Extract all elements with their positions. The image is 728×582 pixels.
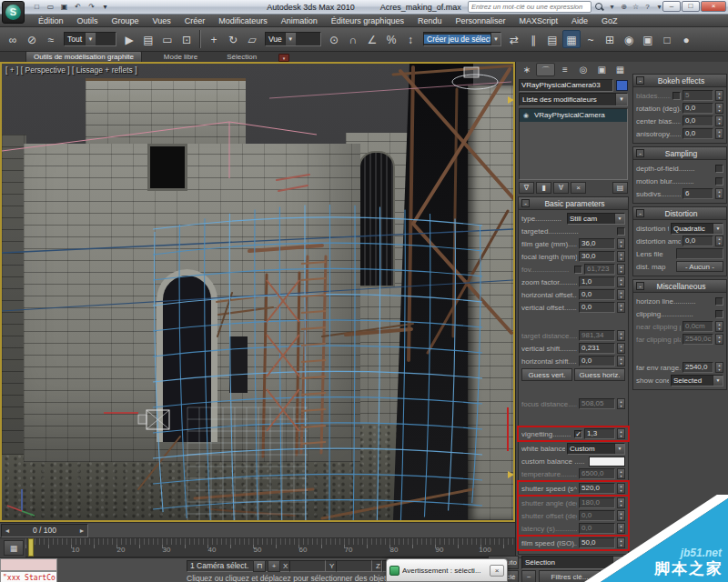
layer-manager-icon[interactable]: ▤: [543, 30, 561, 48]
chevron-down-icon[interactable]: ▼: [614, 444, 624, 454]
selection-lock-icon[interactable]: ⊓: [253, 560, 266, 572]
tab-selection[interactable]: Sélection: [219, 52, 264, 62]
value-field[interactable]: 0,0cm: [682, 321, 713, 332]
chevron-down-icon[interactable]: ▼: [614, 214, 624, 224]
value-field[interactable]: 36,0: [579, 238, 615, 249]
chevron-down-icon[interactable]: ▼: [85, 33, 96, 45]
chevron-down-icon[interactable]: ▼: [612, 557, 623, 568]
subscription-icon[interactable]: ⊕: [619, 3, 629, 11]
window-crossing-icon[interactable]: ⊡: [177, 30, 196, 48]
chevron-down-icon[interactable]: ▼: [713, 376, 723, 386]
collapse-icon[interactable]: -: [636, 76, 644, 85]
graphite-ribbon-icon[interactable]: ▦: [562, 30, 581, 48]
tab-modify[interactable]: ⌒: [536, 63, 555, 76]
key-mode-icon[interactable]: ~: [521, 570, 536, 582]
select-move-icon[interactable]: +: [205, 30, 223, 48]
current-frame-marker[interactable]: [28, 538, 34, 557]
map-button[interactable]: - Aucun -: [676, 261, 723, 272]
value-field[interactable]: 1,0: [579, 276, 615, 287]
spinner[interactable]: ▴▾: [617, 276, 625, 287]
value-field[interactable]: 0,0: [579, 289, 615, 300]
select-by-name-icon[interactable]: ▤: [139, 30, 157, 48]
spinner[interactable]: ▴▾: [617, 264, 625, 275]
spinner[interactable]: ▴▾: [617, 302, 625, 313]
menu-item-animation[interactable]: Animation: [281, 16, 318, 25]
collapse-icon[interactable]: -: [636, 282, 644, 290]
chevron-down-icon[interactable]: ▼: [490, 33, 500, 45]
search-caret-icon[interactable]: ▾: [607, 3, 617, 11]
menu-item--diteurs-graphiques[interactable]: Éditeurs graphiques: [331, 16, 404, 25]
dropdown[interactable]: Custom▼: [567, 443, 625, 455]
render-production-icon[interactable]: ●: [677, 30, 695, 48]
rollout-header[interactable]: - Basic parameters: [519, 197, 628, 210]
value-field[interactable]: 0,0: [682, 236, 713, 246]
x-coordinate-field[interactable]: [289, 560, 326, 572]
tab-graphite-tools[interactable]: Outils de modélisation graphite: [25, 51, 142, 62]
value-field[interactable]: 180,0: [579, 497, 615, 508]
object-color-swatch[interactable]: [616, 80, 628, 91]
spinner[interactable]: ▴▾: [617, 497, 625, 508]
chevron-down-icon[interactable]: ▼: [615, 94, 627, 105]
file-field[interactable]: [676, 248, 723, 259]
named-selection-dropdown[interactable]: Créer jeu de sélect ▼: [423, 32, 501, 46]
chevron-down-icon[interactable]: ▼: [713, 224, 723, 234]
menu-item-vues[interactable]: Vues: [153, 16, 171, 25]
menu-item-modificateurs[interactable]: Modificateurs: [218, 16, 268, 25]
spinner[interactable]: ▴▾: [617, 510, 625, 521]
mirror-icon[interactable]: ⇄: [505, 30, 523, 48]
tab-utilities[interactable]: ▦: [612, 63, 629, 76]
remove-modifier-icon[interactable]: ×: [571, 182, 586, 194]
make-unique-icon[interactable]: ∀: [553, 182, 569, 194]
guess-horiz-button[interactable]: Guess horiz.: [574, 368, 625, 381]
material-editor-icon[interactable]: ◉: [620, 30, 638, 48]
close-button[interactable]: ×: [701, 1, 726, 12]
application-menu-button[interactable]: S: [2, 1, 25, 24]
spinner[interactable]: ▴▾: [617, 289, 625, 300]
spinner[interactable]: ▴▾: [715, 90, 723, 101]
color-swatch[interactable]: [589, 457, 625, 467]
bind-spacewarp-icon[interactable]: ≈: [42, 30, 60, 48]
viewport-label[interactable]: [ + ] [ Perspective ] [ Lissage + reflet…: [5, 65, 137, 75]
spinner[interactable]: ▴▾: [715, 334, 723, 345]
spinner[interactable]: ▴▾: [617, 483, 625, 494]
snap-toggle-icon[interactable]: ∩: [344, 30, 362, 48]
unlink-selection-icon[interactable]: ⊘: [23, 30, 41, 48]
menu-item-goz[interactable]: GoZ: [602, 16, 618, 25]
value-field[interactable]: 981,34: [579, 330, 615, 341]
maxscript-mini-listener[interactable]: [0, 558, 57, 571]
value-field[interactable]: 0,0: [579, 523, 615, 534]
modifier-list-dropdown[interactable]: Liste des modificateurs ▼: [519, 93, 628, 106]
pin-stack-icon[interactable]: ∇: [519, 182, 534, 194]
value-field[interactable]: 5: [682, 90, 713, 101]
schematic-view-icon[interactable]: ⊞: [601, 30, 619, 48]
select-and-link-icon[interactable]: ∞: [4, 30, 22, 48]
select-scale-icon[interactable]: ▱: [243, 30, 261, 48]
spinner[interactable]: ▴▾: [715, 321, 723, 332]
select-object-icon[interactable]: ▶: [120, 30, 138, 48]
rollout-header[interactable]: - Bokeh effects: [633, 75, 726, 87]
spinner[interactable]: ▴▾: [715, 103, 723, 114]
spinner[interactable]: ▴▾: [715, 188, 723, 199]
value-field[interactable]: 0,0: [579, 510, 615, 521]
collapse-icon[interactable]: -: [636, 149, 644, 157]
guess-vert-button[interactable]: Guess vert.: [521, 368, 572, 381]
value-field[interactable]: 30,0: [579, 251, 615, 262]
value-field[interactable]: 508,05: [579, 398, 615, 409]
key-filters-button[interactable]: Filtres clé...: [539, 570, 601, 582]
value-field[interactable]: 61,723: [584, 264, 615, 275]
checkbox[interactable]: [715, 297, 723, 306]
next-frame-icon[interactable]: ►: [76, 527, 87, 534]
checkbox[interactable]: [672, 92, 681, 100]
help-icon[interactable]: ?: [642, 3, 652, 11]
value-field[interactable]: 6500,0: [579, 468, 615, 479]
menu-item-maxscript[interactable]: MAXScript: [519, 16, 558, 25]
checkbox[interactable]: [617, 227, 625, 236]
timeline-ruler[interactable]: 102030405060708090100: [25, 538, 515, 557]
show-end-result-icon[interactable]: ▮: [536, 182, 551, 194]
tab-freeform[interactable]: Mode libre: [157, 52, 205, 62]
menu-item-outils[interactable]: Outils: [77, 16, 98, 25]
menu-item-personnaliser[interactable]: Personnaliser: [455, 16, 505, 25]
object-name-field[interactable]: VRayPhysicalCamera03: [519, 79, 613, 92]
rect-region-icon[interactable]: ▭: [158, 30, 177, 48]
angle-snap-icon[interactable]: ∠: [363, 30, 381, 48]
